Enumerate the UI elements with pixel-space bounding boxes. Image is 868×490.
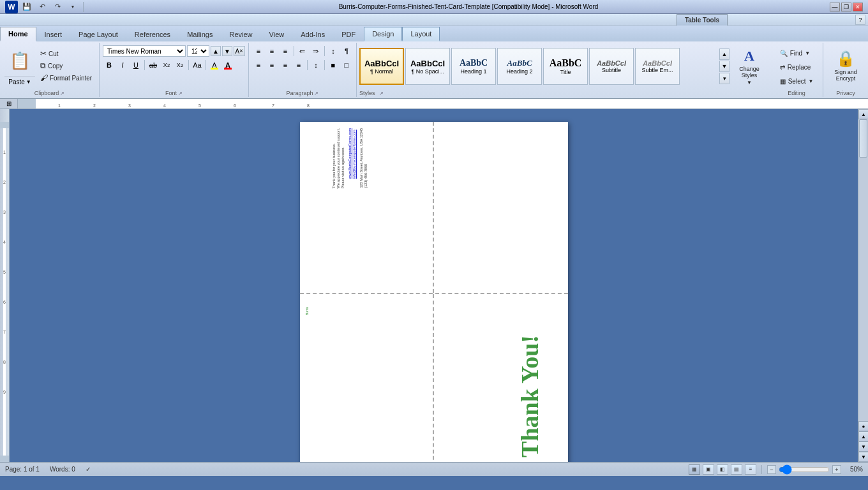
style-no-spacing-label: ¶ No Spaci... — [411, 68, 444, 75]
scroll-down-button[interactable]: ▼ — [858, 452, 868, 462]
style-title[interactable]: AaBbC Title — [543, 48, 588, 85]
bold-button[interactable]: B — [103, 59, 116, 71]
styles-expand[interactable]: ↗ — [379, 91, 384, 96]
change-case-button[interactable]: Aa — [191, 59, 204, 71]
prev-page-button[interactable]: ▲ — [858, 431, 868, 442]
increase-indent-button[interactable]: ⇒ — [310, 45, 322, 57]
align-right-button[interactable]: ≡ — [279, 59, 292, 71]
decrease-indent-button[interactable]: ⇐ — [296, 45, 309, 57]
superscript-button[interactable]: X2 — [174, 59, 186, 71]
format-painter-button[interactable]: 🖌 Format Painter — [37, 72, 95, 84]
italic-button[interactable]: I — [116, 59, 129, 71]
table-tools-label: Table Tools — [677, 14, 728, 26]
border-button[interactable]: □ — [340, 59, 353, 71]
style-heading1[interactable]: AaBbC Heading 1 — [451, 48, 496, 85]
numbering-button[interactable]: ≡ — [266, 45, 278, 57]
tab-mailings[interactable]: Mailings — [179, 27, 221, 41]
quick-access-dropdown[interactable]: ▼ — [66, 1, 79, 13]
page-count: Page: 1 of 1 — [5, 466, 40, 473]
style-heading2-preview: AaBbC — [507, 58, 532, 68]
style-normal-preview: AaBbCcI — [364, 59, 399, 68]
bullets-button[interactable]: ≡ — [252, 45, 265, 57]
cut-button[interactable]: ✂ Cut — [37, 48, 95, 59]
line-spacing-button[interactable]: ↕ — [310, 59, 322, 71]
tab-pdf[interactable]: PDF — [333, 27, 364, 41]
view-outline-button[interactable]: ▤ — [731, 464, 742, 475]
change-styles-button[interactable]: A Change Styles ▼ — [731, 46, 768, 87]
style-normal[interactable]: AaBbCcI ¶ Normal — [359, 48, 404, 85]
zoom-percent: 50% — [844, 466, 863, 473]
style-subtitle[interactable]: AaBbCcI Subtitle — [589, 48, 634, 85]
style-subtle-em-preview: AaBbCcI — [643, 59, 672, 67]
justify-button[interactable]: ≡ — [292, 59, 305, 71]
close-button[interactable]: ✕ — [853, 3, 863, 11]
text-highlight-button[interactable]: A — [208, 59, 221, 71]
quick-access-save[interactable]: 💾 — [20, 1, 33, 13]
style-no-spacing[interactable]: AaBbCcI ¶ No Spaci... — [405, 48, 450, 85]
document-area[interactable]: Thank you for your business. We apprecia… — [10, 109, 858, 462]
show-paragraph-button[interactable]: ¶ — [340, 45, 353, 57]
clipboard-group: 📋 Paste ▼ ✂ Cut ⧉ Copy 🖌 Format Painter — [0, 43, 100, 97]
help-button[interactable]: ? — [855, 15, 865, 25]
font-size-decrease[interactable]: ▼ — [222, 46, 232, 56]
select-browse-object[interactable]: ● — [858, 421, 868, 431]
tab-design[interactable]: Design — [364, 27, 402, 41]
strikethrough-button[interactable]: ab — [147, 59, 160, 71]
style-title-label: Title — [560, 69, 571, 75]
vertical-ruler: 1 2 3 4 5 6 7 8 9 — [0, 109, 10, 462]
zoom-out-button[interactable]: − — [767, 465, 776, 474]
tab-review[interactable]: Review — [221, 27, 260, 41]
quick-access-undo[interactable]: ↶ — [36, 1, 49, 13]
align-center-button[interactable]: ≡ — [266, 59, 278, 71]
tab-layout[interactable]: Layout — [402, 27, 440, 41]
style-heading2[interactable]: AaBbC Heading 2 — [497, 48, 542, 85]
shading-button[interactable]: ■ — [327, 59, 340, 71]
clipboard-expand[interactable]: ↗ — [60, 91, 64, 96]
font-expand[interactable]: ↗ — [178, 91, 183, 96]
scroll-track[interactable] — [858, 119, 868, 421]
replace-button[interactable]: ⇄ Replace — [775, 61, 818, 73]
tab-addins[interactable]: Add-Ins — [292, 27, 333, 41]
scroll-thumb[interactable] — [859, 119, 867, 158]
next-page-button[interactable]: ▼ — [858, 442, 868, 452]
font-color-button[interactable]: A — [221, 59, 234, 71]
spell-check[interactable]: ✓ — [86, 466, 91, 473]
quick-access-redo[interactable]: ↷ — [51, 1, 64, 13]
style-heading2-label: Heading 2 — [507, 68, 533, 75]
tab-home[interactable]: Home — [0, 27, 36, 41]
find-button[interactable]: 🔍 Find ▼ — [775, 47, 818, 59]
paragraph-expand[interactable]: ↗ — [314, 91, 318, 96]
tab-insert[interactable]: Insert — [36, 27, 71, 41]
vertical-scrollbar[interactable]: ▲ ● ▲ ▼ ▼ — [858, 109, 868, 462]
scroll-up-button[interactable]: ▲ — [858, 109, 868, 119]
view-web-button[interactable]: ◧ — [717, 464, 728, 475]
gallery-scroll-up[interactable]: ▲ — [719, 48, 730, 60]
minimize-button[interactable]: — — [830, 3, 840, 11]
style-subtle-em[interactable]: AaBbCcI Subtle Em... — [635, 48, 680, 85]
copy-button[interactable]: ⧉ Copy — [37, 60, 95, 71]
clear-formatting-button[interactable]: A✕ — [234, 46, 245, 56]
multilevel-button[interactable]: ≡ — [279, 45, 292, 57]
underline-button[interactable]: U — [130, 59, 142, 71]
zoom-slider[interactable] — [779, 466, 830, 473]
font-size-select[interactable]: 12 — [187, 45, 209, 57]
tab-references[interactable]: References — [126, 27, 179, 41]
gallery-scroll-down[interactable]: ▼ — [719, 61, 730, 72]
select-button[interactable]: ▦ Select ▼ — [775, 75, 818, 87]
sort-button[interactable]: ↕ — [327, 45, 340, 57]
align-left-button[interactable]: ≡ — [252, 59, 265, 71]
tab-page-layout[interactable]: Page Layout — [70, 27, 126, 41]
gallery-more[interactable]: ▾ — [719, 73, 730, 84]
subscript-button[interactable]: X2 — [160, 59, 173, 71]
view-print-button[interactable]: ▦ — [689, 464, 700, 475]
sign-encrypt-button[interactable]: 🔒 Sign and Encrypt — [831, 45, 860, 86]
view-draft-button[interactable]: ≡ — [745, 464, 756, 475]
font-size-increase[interactable]: ▲ — [211, 46, 221, 56]
zoom-in-button[interactable]: + — [832, 465, 841, 474]
view-fullscreen-button[interactable]: ▣ — [703, 464, 714, 475]
paste-button[interactable]: 📋 Paste ▼ — [4, 45, 36, 87]
ruler-corner[interactable]: ⊞ — [0, 99, 18, 108]
restore-button[interactable]: ❐ — [841, 3, 851, 11]
font-name-select[interactable]: Times New Roman — [103, 45, 186, 57]
tab-view[interactable]: View — [261, 27, 293, 41]
